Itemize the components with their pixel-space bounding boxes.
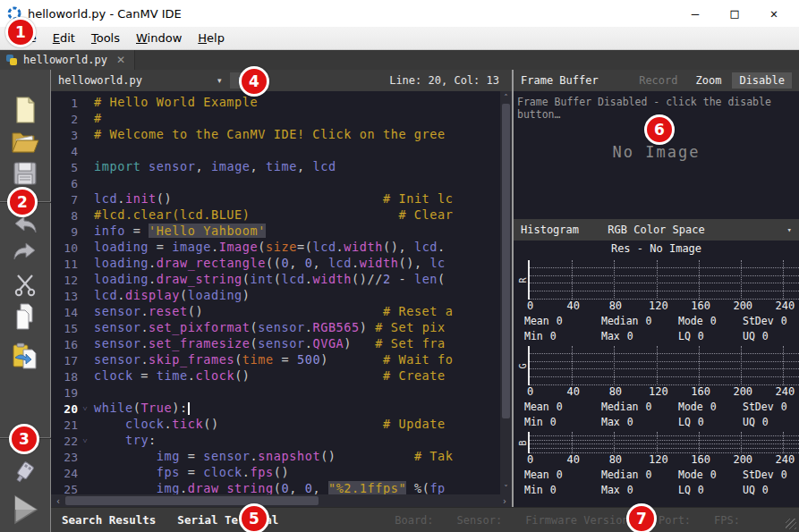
code-line[interactable]: sensor.reset() # Reset a xyxy=(94,304,500,320)
bottom-tab-search-results[interactable]: Search Results xyxy=(51,513,166,527)
connect-board-button[interactable] xyxy=(11,457,39,486)
code-line[interactable]: fps = clock.fps() xyxy=(94,465,500,481)
code-line[interactable]: sensor.set_pixformat(sensor.RGB565) # Se… xyxy=(94,320,500,336)
status-bar: Search ResultsSerial Terminal Board:Sens… xyxy=(51,507,799,532)
code-area[interactable]: # Hello World Example## Welcome to the C… xyxy=(92,91,500,494)
vertical-scroll-thumb[interactable] xyxy=(502,104,510,418)
code-line[interactable]: loading.draw_string(int(lcd.width()//2 -… xyxy=(94,272,500,288)
status-field-board: Board: xyxy=(395,514,433,527)
zoom-button[interactable]: Zoom xyxy=(689,72,729,89)
code-line[interactable]: info = 'Hello Yahboom' xyxy=(94,224,500,240)
fold-marker-icon[interactable]: ˅ xyxy=(78,404,92,413)
new-file-button[interactable] xyxy=(11,96,39,124)
code-line[interactable] xyxy=(94,384,500,401)
gridline xyxy=(530,368,799,369)
line-number: 6 xyxy=(51,175,92,191)
open-file-button[interactable] xyxy=(11,127,39,156)
menu-item-help[interactable]: Help xyxy=(190,29,233,47)
tab-helloworld[interactable]: helloworld.py ✕ xyxy=(0,50,135,70)
gridline xyxy=(572,346,573,385)
menu-item-window[interactable]: Window xyxy=(128,29,190,47)
code-line[interactable]: try: xyxy=(94,433,500,449)
line-number: 21 xyxy=(51,417,92,433)
stat-mode: Mode0 xyxy=(678,469,743,481)
tick-label: 240 xyxy=(776,453,795,466)
close-button[interactable]: ✕ xyxy=(754,1,794,26)
line-number: 11 xyxy=(51,256,92,272)
stat-lq: LQ0 xyxy=(678,330,743,342)
stat-lq: LQ0 xyxy=(678,416,743,428)
stat-mean: Mean0 xyxy=(524,469,601,481)
scroll-up-icon[interactable]: ˄ xyxy=(500,91,512,104)
code-line[interactable]: loading = image.Image(size=(lcd.width(),… xyxy=(94,240,500,256)
redo-button[interactable] xyxy=(11,239,39,267)
paste-button[interactable] xyxy=(11,342,39,370)
stat-stdev: StDev0 xyxy=(743,315,798,327)
tab-close-icon[interactable]: ✕ xyxy=(116,54,125,66)
code-line[interactable] xyxy=(94,143,500,159)
histogram-header: Histogram RGB Color Space ▾ xyxy=(514,219,799,241)
chevron-down-icon[interactable]: ▾ xyxy=(787,225,792,234)
scroll-down-icon[interactable]: ˅ xyxy=(500,482,512,494)
resize-grip[interactable] xyxy=(786,519,796,529)
code-line[interactable]: # Welcome to the CanMV IDE! Click on the… xyxy=(94,127,500,143)
code-line[interactable]: #lcd.clear(lcd.BLUE) # Clear xyxy=(94,207,500,224)
bottom-tab-serial-terminal[interactable]: Serial Terminal xyxy=(166,513,289,527)
editor-horizontal-scrollbar[interactable]: ‹ › xyxy=(51,494,512,507)
line-number: 18 xyxy=(51,368,92,384)
code-line[interactable]: while(True): xyxy=(94,401,500,417)
status-field-fps: FPS: xyxy=(714,514,740,527)
code-line[interactable]: img.draw_string(0, 0, "%2.1ffps" %(fp xyxy=(94,481,500,494)
code-line[interactable]: lcd.init() # Init lc xyxy=(94,191,500,207)
maximize-button[interactable]: □ xyxy=(715,1,754,26)
tick-label: 80 xyxy=(609,385,622,398)
code-line[interactable]: loading.draw_rectangle((0, 0, lcd.width(… xyxy=(94,256,500,272)
status-field-firmwareversion: Firmware Version: xyxy=(525,514,635,527)
menu-bar: FileEditToolsWindowHelp xyxy=(0,27,799,50)
disable-button[interactable]: Disable xyxy=(732,72,792,89)
gridline xyxy=(699,432,700,453)
code-line[interactable]: # Hello World Example xyxy=(94,95,500,111)
gridline xyxy=(530,275,799,276)
editor-vertical-scrollbar[interactable]: ˄ ˅ xyxy=(500,91,512,494)
code-line[interactable]: import sensor, image, time, lcd xyxy=(94,159,500,175)
code-line[interactable]: clock.tick() # Update xyxy=(94,417,500,433)
gridline xyxy=(530,291,799,291)
open-file-selector[interactable]: helloworld.py xyxy=(58,74,142,87)
channel-label: R xyxy=(517,260,528,300)
save-button[interactable] xyxy=(11,159,39,188)
horizontal-scroll-thumb[interactable] xyxy=(65,496,319,505)
chevron-down-icon[interactable]: ▾ xyxy=(217,76,222,85)
cut-button[interactable] xyxy=(11,270,39,299)
scroll-right-icon[interactable]: › xyxy=(497,496,512,506)
tick-label: 200 xyxy=(733,300,752,312)
tick-label: 160 xyxy=(691,300,710,312)
histogram-channel-b: B04080120160200240Mean0Median0Mode0StDev… xyxy=(514,432,799,496)
code-line[interactable]: sensor.skip_frames(time = 500) # Wait fo xyxy=(94,352,500,368)
line-number: 25 xyxy=(51,481,92,494)
code-editor[interactable]: 1234567891011121314151617181920˅2122˅232… xyxy=(51,91,512,494)
status-fields: Board:Sensor:Firmware Version:Port:FPS: xyxy=(395,514,799,527)
code-line[interactable]: lcd.display(loading) xyxy=(94,288,500,304)
line-number: 14 xyxy=(51,304,92,320)
annotation-badge-6: 6 xyxy=(644,114,675,145)
code-line[interactable] xyxy=(94,175,500,191)
cursor-position: Line: 20, Col: 13 xyxy=(389,74,505,87)
menu-item-tools[interactable]: Tools xyxy=(83,29,128,47)
code-line[interactable]: img = sensor.snapshot() # Tak xyxy=(94,449,500,465)
tick-label: 120 xyxy=(649,300,668,312)
line-number: 10 xyxy=(51,240,92,256)
run-script-button[interactable] xyxy=(11,495,39,524)
line-number: 9 xyxy=(51,224,92,240)
code-line[interactable]: sensor.set_framesize(sensor.QVGA) # Set … xyxy=(94,336,500,352)
fold-marker-icon[interactable]: ˅ xyxy=(78,436,92,445)
histogram-channel-r: R04080120160200240Mean0Median0Mode0StDev… xyxy=(514,260,799,342)
line-number: 16 xyxy=(51,336,92,352)
minimize-button[interactable]: — xyxy=(676,1,715,26)
x-axis-ticks: 04080120160200240 xyxy=(530,300,799,313)
code-line[interactable]: clock = time.clock() # Create xyxy=(94,368,500,384)
code-line[interactable]: # xyxy=(94,111,500,127)
scroll-left-icon[interactable]: ‹ xyxy=(51,496,65,506)
copy-button[interactable] xyxy=(11,302,39,331)
menu-item-edit[interactable]: Edit xyxy=(45,29,83,47)
